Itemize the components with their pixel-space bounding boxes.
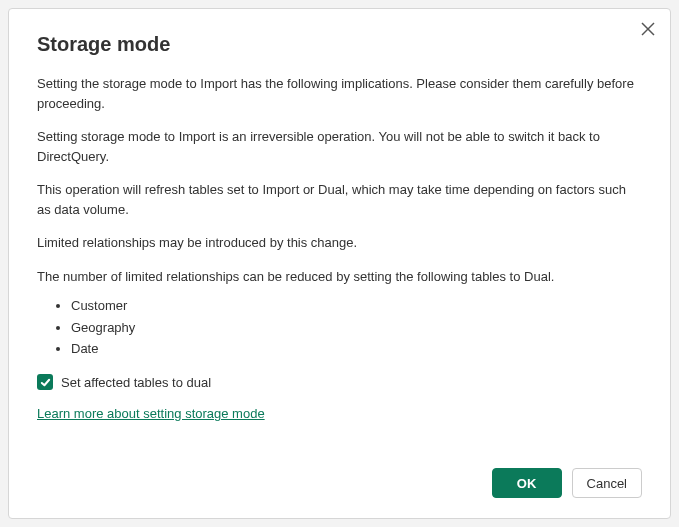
paragraph-reduce: The number of limited relationships can … — [37, 267, 642, 287]
paragraph-relationships: Limited relationships may be introduced … — [37, 233, 642, 253]
dialog-content: Setting the storage mode to Import has t… — [37, 74, 642, 452]
list-item: Geography — [71, 318, 642, 338]
learn-more-link[interactable]: Learn more about setting storage mode — [37, 404, 265, 424]
set-dual-checkbox-row[interactable]: Set affected tables to dual — [37, 373, 642, 393]
dialog-footer: OK Cancel — [37, 468, 642, 498]
affected-tables-list: Customer Geography Date — [37, 296, 642, 359]
check-icon — [40, 377, 51, 388]
storage-mode-dialog: Storage mode Setting the storage mode to… — [8, 8, 671, 519]
paragraph-refresh: This operation will refresh tables set t… — [37, 180, 642, 219]
checkbox-checked[interactable] — [37, 374, 53, 390]
close-icon — [641, 22, 655, 36]
cancel-button[interactable]: Cancel — [572, 468, 642, 498]
paragraph-intro: Setting the storage mode to Import has t… — [37, 74, 642, 113]
close-button[interactable] — [638, 19, 658, 39]
checkbox-label: Set affected tables to dual — [61, 373, 211, 393]
list-item: Customer — [71, 296, 642, 316]
paragraph-irreversible: Setting storage mode to Import is an irr… — [37, 127, 642, 166]
list-item: Date — [71, 339, 642, 359]
dialog-title: Storage mode — [37, 33, 642, 56]
ok-button[interactable]: OK — [492, 468, 562, 498]
